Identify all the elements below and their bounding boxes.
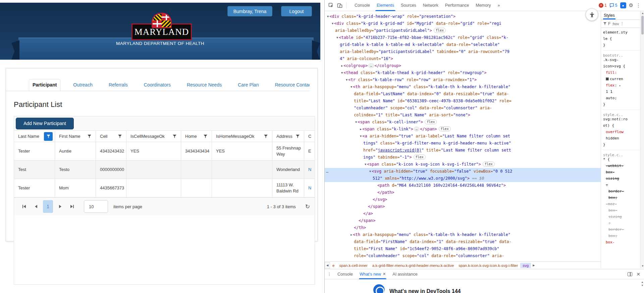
expand-arrow-icon[interactable]: ▼ <box>360 134 362 139</box>
devtools-tab-console[interactable]: Console <box>351 0 373 11</box>
dom-tree-line[interactable]: ▼<a aria-hidden="true" aria-label="Last … <box>325 133 601 140</box>
breadcrumb-item[interactable]: span.k-icon.k-svg-icon.k-svg-i-filter <box>456 263 520 268</box>
refresh-icon[interactable]: ↻ <box>305 203 310 210</box>
dom-tree-line[interactable]: href="javascript:void(0)" title="Last Na… <box>325 147 601 154</box>
css-rule-line[interactable]: border- <box>603 188 644 194</box>
user-account-button[interactable]: Bumbray, Trena <box>227 6 272 16</box>
expand-arrow-icon[interactable]: ▼ <box>327 14 329 19</box>
dom-tree-line[interactable]: ▼<thead class="k-table-thead k-grid-head… <box>325 69 601 76</box>
dom-tree-line[interactable]: aria-labelledby="participantsGridLabel">… <box>325 27 601 34</box>
css-rule-line[interactable]: icon>svg { <box>603 63 644 69</box>
expand-arrow-icon[interactable]: ▶ <box>341 63 343 68</box>
dom-tree-line[interactable]: title="First Name" id="1c54eef2-9052-48f… <box>325 245 601 252</box>
expand-arrow-icon[interactable]: ▼ <box>351 84 352 90</box>
css-rule-line[interactable]: ot) { <box>603 122 644 129</box>
tab-participant[interactable]: Participant <box>29 79 60 91</box>
issues-badge[interactable]: 5 <box>609 3 618 8</box>
css-rule-line[interactable]: box; <box>603 194 644 201</box>
page-size-input[interactable]: 10 <box>84 200 108 213</box>
devtools-tab-network[interactable]: Network <box>420 0 442 11</box>
dom-tree-line[interactable]: ▶<colgroup>…</colgroup> <box>325 62 601 69</box>
expand-arrow-icon[interactable]: ▶ <box>360 127 362 132</box>
devtools-tab-elements[interactable]: Elements <box>373 0 397 11</box>
drawer-tab-ai-assistance[interactable]: AI assistance <box>389 269 421 279</box>
drawer-scrollbar[interactable]: ▲▼ <box>641 281 644 287</box>
tab-resource-needs[interactable]: Resource Needs <box>183 79 225 91</box>
css-rule-line[interactable]: : <box>603 220 644 226</box>
breadcrumb-item[interactable]: a.k-grid-filter-menu.k-grid-header-menu.… <box>370 263 457 268</box>
breadcrumb-item[interactable]: svg <box>520 263 531 268</box>
css-rule-line[interactable]: } <box>603 42 644 48</box>
styles-kebab-icon[interactable]: ⋮ <box>620 21 624 26</box>
dom-tree-line[interactable]: ▶<th aria-haspopup="menu" class="k-table… <box>325 231 601 238</box>
filter-funnel-icon[interactable] <box>85 132 94 141</box>
hov-toggle[interactable]: :hov <box>612 22 619 26</box>
dom-tree-line[interactable]: </th> <box>325 224 601 231</box>
dom-tree-line[interactable]: ▶<span class="k-link">…</span>flex <box>325 126 601 133</box>
expand-arrow-icon[interactable]: ▼ <box>369 169 371 174</box>
column-header-ishomemessageok[interactable]: IsHomeMessageOk <box>212 131 272 142</box>
pager-prev-button[interactable] <box>31 201 41 212</box>
dom-tree-line[interactable]: ▼<table id="4716b237-715e-4f82-bbae-9812… <box>325 34 601 41</box>
css-rule-line[interactable]: } <box>603 141 644 148</box>
ellipsis-badge[interactable]: … <box>414 127 419 131</box>
devtools-tab-sources[interactable]: Sources <box>397 0 420 11</box>
css-rule-line[interactable]: * { <box>603 156 644 163</box>
styles-filter-input[interactable]: F <box>608 21 610 26</box>
drawer-close-icon[interactable]: ✕ <box>636 272 640 277</box>
dom-tree-line[interactable]: role="columnheader" scope="col" data-rol… <box>325 252 601 259</box>
scroll-up-icon[interactable]: ▲ <box>641 12 644 15</box>
css-rule-line[interactable]: .k-svg- <box>603 57 644 63</box>
close-tab-icon[interactable]: ✕ <box>383 272 386 276</box>
pager-first-button[interactable] <box>19 201 29 212</box>
dom-tree-line[interactable]: data-field="FirstName" data-index="1" da… <box>325 238 601 245</box>
pager-last-button[interactable] <box>67 201 77 212</box>
expand-arrow-icon[interactable]: ▼ <box>341 70 343 75</box>
dom-tree-line[interactable]: </a> <box>325 210 601 217</box>
dom-tree-line[interactable]: ▼<th aria-haspopup="menu" class="k-table… <box>325 83 601 91</box>
tab-referrals[interactable]: Referrals <box>105 79 131 91</box>
dom-tree-line[interactable]: title="Last Name" id="65381389-ceec-497b… <box>325 98 601 105</box>
devtools-tab-performance[interactable]: Performance <box>442 0 473 11</box>
inspect-element-icon[interactable] <box>327 1 335 10</box>
css-rule-line[interactable]: box- <box>603 207 644 214</box>
column-header-cell[interactable]: Cell <box>96 131 126 142</box>
tab-outreach[interactable]: Outreach <box>70 79 96 91</box>
css-rule-line[interactable]: hidden <box>603 135 644 141</box>
css-rule-line[interactable]: -webkit- <box>603 163 644 169</box>
css-rule-line[interactable]: : <box>603 182 644 188</box>
expand-arrow-icon[interactable]: ▼ <box>332 21 333 26</box>
color-swatch-icon[interactable] <box>606 77 609 80</box>
devtools-tab-memory[interactable]: Memory <box>472 0 494 11</box>
dom-tree-line[interactable]: 4" aria-colcount="16"> <box>325 55 601 62</box>
extension-icon[interactable]: ● <box>620 2 626 8</box>
column-header-first-name[interactable]: First Name <box>55 131 96 142</box>
column-header-home[interactable]: Home <box>181 131 212 142</box>
expand-arrow-icon[interactable]: ▼ <box>336 35 338 40</box>
flex-badge[interactable]: flex <box>425 119 437 124</box>
dom-tree-line[interactable]: …▼<svg aria-hidden="true" focusable="fal… <box>325 168 601 175</box>
filter-funnel-icon[interactable] <box>261 132 270 141</box>
css-rule-line[interactable]: -moz- <box>603 201 644 207</box>
expand-arrow-icon[interactable]: ▼ <box>365 162 366 167</box>
filter-funnel-icon[interactable] <box>44 132 53 141</box>
css-rule-line[interactable]: le { <box>603 36 644 42</box>
dom-tree-line[interactable]: </path> <box>325 189 601 196</box>
dom-tree-line[interactable]: ▼<span class="k-icon k-svg-icon k-svg-i-… <box>325 161 601 168</box>
expand-arrow-icon[interactable]: ▼ <box>346 77 347 82</box>
css-rule-line[interactable]: style.c.. <box>603 150 644 156</box>
dom-tree-line[interactable]: "columnheader" scope="col" data-role="co… <box>325 105 601 112</box>
filter-funnel-icon[interactable] <box>170 132 179 141</box>
dom-tree-line[interactable]: 512" xmlns="http://www.w3.org/2000/svg">… <box>325 175 601 182</box>
flex-badge[interactable]: flex <box>414 155 426 160</box>
scrollbar-thumb[interactable] <box>641 16 644 35</box>
dom-tree-line[interactable]: grid-table k-table k-table-md k-selectab… <box>325 41 601 48</box>
styles-scrollbar[interactable]: ▲ ▼ <box>640 11 644 268</box>
console-errors-badge[interactable]: ✕ 1 <box>599 3 607 8</box>
table-row[interactable]: TesterAuntie4343243432YES3434343434YES55… <box>14 142 315 161</box>
dom-tree-line[interactable]: </svg> <box>325 196 601 203</box>
dom-tree-line[interactable]: aria-labelledby="participantsGridLabel" … <box>325 48 601 55</box>
accessibility-person-icon[interactable] <box>586 8 598 21</box>
dom-tree-line[interactable]: ▼<span class="k-cell-inner">flex <box>325 119 601 126</box>
breadcrumb-item[interactable]: span.k-cell-inner <box>337 263 370 268</box>
